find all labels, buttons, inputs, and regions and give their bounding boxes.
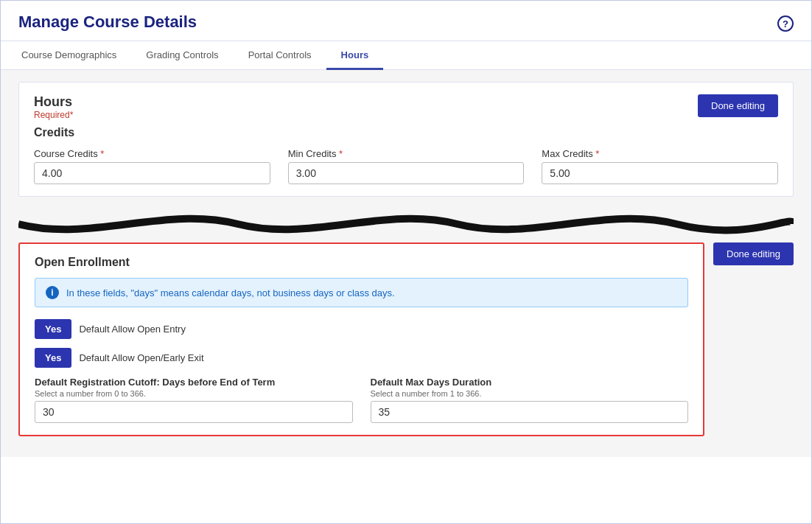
tab-hours[interactable]: Hours <box>326 42 384 70</box>
min-credits-input[interactable] <box>288 162 525 184</box>
allow-open-entry-toggle[interactable]: Yes <box>35 319 71 339</box>
help-icon[interactable]: ? <box>777 15 794 32</box>
open-enrollment-done-editing-button[interactable]: Done editing <box>713 242 794 265</box>
max-days-field-sublabel: Select a number from 1 to 366. <box>371 389 689 398</box>
hours-section-title: Hours <box>34 94 72 109</box>
wave-separator <box>18 206 794 242</box>
info-message: In these fields, "days" means calendar d… <box>66 287 395 298</box>
open-enrollment-section-card: Open Enrollment i In these fields, "days… <box>18 242 704 436</box>
hours-done-editing-button[interactable]: Done editing <box>698 94 778 117</box>
info-banner: i In these fields, "days" means calendar… <box>35 278 688 307</box>
course-credits-group: Course Credits * <box>34 148 270 184</box>
credits-fields-row: Course Credits * Min Credits * Max Credi… <box>34 148 778 184</box>
main-content: Hours Required* Credits Done editing Cou… <box>1 70 811 457</box>
tab-course-demographics[interactable]: Course Demographics <box>18 42 131 70</box>
max-credits-input[interactable] <box>542 162 778 184</box>
allow-open-exit-row: Yes Default Allow Open/Early Exit <box>35 348 688 368</box>
max-days-field-input[interactable] <box>371 401 689 423</box>
cutoff-field-input[interactable] <box>35 401 353 423</box>
max-days-field-label: Default Max Days Duration <box>371 377 689 388</box>
course-credits-label: Course Credits * <box>34 148 270 159</box>
min-credits-label: Min Credits * <box>288 148 525 159</box>
page-header: Manage Course Details ? <box>1 1 811 41</box>
min-credits-group: Min Credits * <box>288 148 525 184</box>
page-title: Manage Course Details <box>18 13 197 41</box>
tabs-bar: Course Demographics Grading Controls Por… <box>1 41 811 70</box>
allow-open-entry-label: Default Allow Open Entry <box>79 324 186 335</box>
max-days-field-group: Default Max Days Duration Select a numbe… <box>371 377 689 423</box>
hours-section-card: Hours Required* Credits Done editing Cou… <box>18 82 794 197</box>
allow-open-exit-toggle[interactable]: Yes <box>35 348 71 368</box>
max-credits-group: Max Credits * <box>542 148 778 184</box>
enrollment-fields-row: Default Registration Cutoff: Days before… <box>35 377 688 423</box>
credits-subsection-title: Credits <box>34 126 778 139</box>
info-icon: i <box>46 286 59 299</box>
page-wrapper: Manage Course Details ? Course Demograph… <box>0 0 812 524</box>
hours-required-label: Required* <box>34 110 778 120</box>
cutoff-field-sublabel: Select a number from 0 to 366. <box>35 389 353 398</box>
cutoff-field-group: Default Registration Cutoff: Days before… <box>35 377 353 423</box>
bottom-section-wrap: Open Enrollment i In these fields, "days… <box>18 242 704 445</box>
allow-open-entry-row: Yes Default Allow Open Entry <box>35 319 688 339</box>
cutoff-field-label: Default Registration Cutoff: Days before… <box>35 377 353 388</box>
max-credits-label: Max Credits * <box>542 148 778 159</box>
allow-open-exit-label: Default Allow Open/Early Exit <box>79 352 203 363</box>
course-credits-input[interactable] <box>34 162 270 184</box>
bottom-container: Open Enrollment i In these fields, "days… <box>18 242 794 445</box>
tab-grading-controls[interactable]: Grading Controls <box>131 42 233 70</box>
tab-portal-controls[interactable]: Portal Controls <box>234 42 326 70</box>
open-enrollment-title: Open Enrollment <box>35 256 688 269</box>
